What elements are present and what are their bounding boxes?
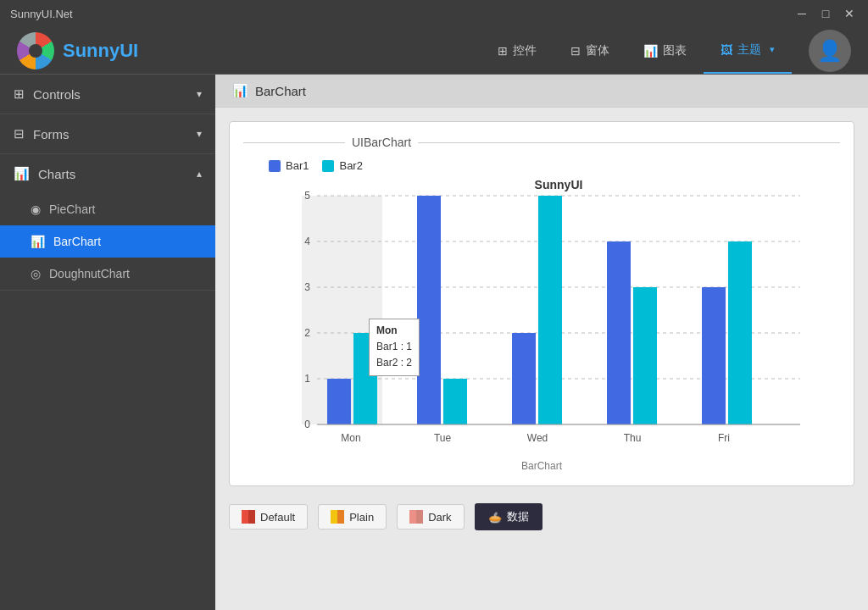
- legend-bar2: Bar2: [322, 159, 362, 172]
- controls-sidebar-icon: ⊞: [14, 86, 25, 102]
- logo-text: SunnyUI: [63, 40, 138, 62]
- svg-text:4: 4: [304, 236, 310, 247]
- forms-chevron-icon: ▾: [197, 128, 202, 140]
- svg-rect-31: [248, 510, 255, 524]
- barchart-label: BarChart: [53, 235, 101, 248]
- svg-rect-33: [337, 510, 344, 524]
- content-inner: UIBarChart Bar1 Bar2: [215, 108, 868, 544]
- svg-text:Fri: Fri: [718, 432, 730, 444]
- default-theme-button[interactable]: Default: [229, 504, 308, 530]
- legend-bar1-label: Bar1: [286, 159, 309, 172]
- svg-text:Tue: Tue: [434, 432, 452, 444]
- sidebar-section-controls: ⊞ Controls ▾: [0, 75, 215, 114]
- svg-rect-17: [512, 333, 536, 424]
- svg-rect-13: [327, 379, 351, 424]
- nav-controls-label: 控件: [513, 43, 537, 58]
- controls-chevron-icon: ▾: [197, 88, 202, 100]
- nav-controls[interactable]: ⊞ 控件: [481, 27, 554, 74]
- svg-rect-14: [353, 333, 377, 424]
- sidebar-charts-label: Charts: [38, 167, 75, 181]
- sidebar-section-forms: ⊟ Forms ▾: [0, 114, 215, 154]
- header: SunnyUI ⊞ 控件 ⊟ 窗体 📊 图表 🖼 主题 ▾ 👤: [0, 27, 868, 75]
- svg-rect-20: [633, 287, 657, 424]
- sidebar: ⊞ Controls ▾ ⊟ Forms ▾ 📊 Charts ▴ ◉ PieC…: [0, 75, 215, 610]
- main-layout: ⊞ Controls ▾ ⊟ Forms ▾ 📊 Charts ▴ ◉ PieC…: [0, 75, 868, 610]
- dark-label: Dark: [428, 511, 451, 524]
- nav-forms-label: 窗体: [586, 43, 609, 58]
- charts-chevron-icon: ▴: [197, 168, 202, 180]
- chart-legend: Bar1 Bar2: [243, 159, 840, 172]
- plain-theme-button[interactable]: Plain: [318, 504, 387, 530]
- legend-bar2-color: [322, 160, 334, 172]
- svg-text:5: 5: [304, 190, 310, 202]
- svg-text:Thu: Thu: [624, 432, 642, 444]
- svg-text:Wed: Wed: [527, 432, 548, 444]
- sidebar-forms-label: Forms: [33, 127, 70, 141]
- sidebar-forms-header[interactable]: ⊟ Forms ▾: [0, 114, 215, 153]
- chart-panel: UIBarChart Bar1 Bar2: [229, 121, 854, 486]
- svg-rect-22: [728, 241, 752, 424]
- sidebar-item-doughnutchart[interactable]: ◎ DoughnutChart: [0, 258, 215, 290]
- app-title: SunnyUI.Net: [10, 8, 73, 20]
- legend-bar1: Bar1: [269, 159, 309, 172]
- data-btn-label: 数据: [507, 509, 529, 524]
- maximize-button[interactable]: □: [817, 5, 834, 22]
- theme-buttons: Default Plain Dark �: [229, 503, 854, 530]
- logo-text-sunny: Sunny: [63, 40, 120, 61]
- content-title: BarChart: [255, 84, 306, 98]
- avatar[interactable]: 👤: [809, 30, 851, 72]
- sidebar-charts-header[interactable]: 📊 Charts ▴: [0, 154, 215, 193]
- user-icon: 👤: [817, 39, 843, 63]
- logo-area: SunnyUI: [17, 32, 138, 69]
- svg-rect-16: [443, 379, 467, 424]
- dark-theme-icon: [409, 510, 423, 524]
- svg-rect-19: [607, 241, 631, 424]
- legend-bar1-color: [269, 160, 281, 172]
- sidebar-controls-label: Controls: [33, 87, 81, 102]
- svg-text:Mon: Mon: [341, 432, 360, 444]
- default-theme-icon: [242, 510, 255, 524]
- bar-chart-svg: 5 4 3 2 1 0: [266, 179, 817, 467]
- title-bar: SunnyUI.Net ─ □ ✕: [0, 0, 868, 27]
- chevron-down-icon: ▾: [770, 44, 775, 55]
- charts-sidebar-icon: 📊: [14, 166, 30, 181]
- window-controls: ─ □ ✕: [793, 5, 858, 22]
- barchart-header-icon: 📊: [232, 83, 248, 98]
- nav-forms[interactable]: ⊟ 窗体: [554, 27, 626, 74]
- svg-rect-18: [538, 196, 562, 424]
- piechart-label: PieChart: [49, 202, 95, 216]
- sidebar-section-charts: 📊 Charts ▴ ◉ PieChart 📊 BarChart ◎ Dough…: [0, 154, 215, 291]
- content-area: 📊 BarChart UIBarChart Bar1 Bar2: [215, 75, 868, 610]
- svg-text:3: 3: [304, 281, 310, 293]
- svg-rect-30: [242, 510, 248, 524]
- nav-theme[interactable]: 🖼 主题 ▾: [704, 27, 792, 74]
- forms-sidebar-icon: ⊟: [14, 126, 25, 141]
- sidebar-item-piechart[interactable]: ◉ PieChart: [0, 193, 215, 225]
- panel-title-text: UIBarChart: [352, 136, 411, 149]
- nav-charts[interactable]: 📊 图表: [626, 27, 704, 74]
- content-header: 📊 BarChart: [215, 75, 868, 108]
- data-btn-icon: 🥧: [488, 511, 502, 524]
- data-button[interactable]: 🥧 数据: [475, 503, 542, 530]
- svg-rect-21: [702, 287, 726, 424]
- charts-nav-icon: 📊: [643, 44, 658, 58]
- sidebar-item-barchart[interactable]: 📊 BarChart: [0, 225, 215, 258]
- doughnutchart-label: DoughnutChart: [49, 267, 130, 280]
- nav-theme-label: 主题: [737, 42, 761, 58]
- doughnutchart-icon: ◎: [31, 267, 41, 280]
- svg-rect-32: [331, 510, 337, 524]
- forms-icon: ⊟: [570, 44, 581, 58]
- logo-text-ui: UI: [120, 40, 138, 61]
- controls-icon: ⊞: [498, 44, 508, 58]
- plain-label: Plain: [349, 511, 374, 524]
- panel-title: UIBarChart: [243, 136, 840, 149]
- svg-rect-35: [416, 510, 423, 524]
- piechart-icon: ◉: [31, 202, 41, 216]
- minimize-button[interactable]: ─: [793, 5, 810, 22]
- close-button[interactable]: ✕: [841, 5, 858, 22]
- nav-charts-label: 图表: [663, 43, 687, 58]
- dark-theme-button[interactable]: Dark: [397, 504, 464, 530]
- svg-rect-15: [417, 196, 441, 424]
- default-label: Default: [260, 511, 295, 524]
- sidebar-controls-header[interactable]: ⊞ Controls ▾: [0, 75, 215, 114]
